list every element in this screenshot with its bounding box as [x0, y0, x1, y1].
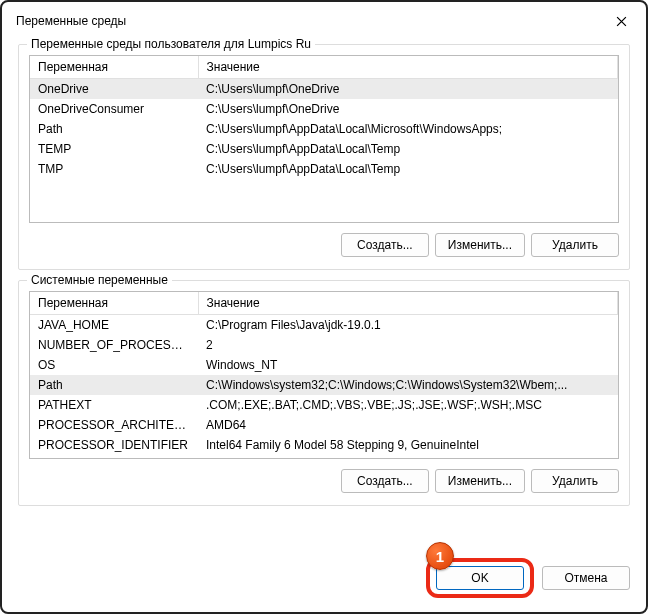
window-title: Переменные среды	[16, 14, 126, 28]
system-vars-table: Переменная Значение JAVA_HOMEC:\Program …	[30, 292, 618, 455]
cell-name: NUMBER_OF_PROCESSORS	[30, 335, 198, 355]
ok-button[interactable]: OK	[436, 566, 524, 590]
env-vars-dialog: Переменные среды Переменные среды пользо…	[0, 0, 648, 614]
cell-name: JAVA_HOME	[30, 315, 198, 336]
cell-value: Intel64 Family 6 Model 58 Stepping 9, Ge…	[198, 435, 618, 455]
col-header-value[interactable]: Значение	[198, 292, 618, 315]
cell-value: Windows_NT	[198, 355, 618, 375]
dialog-buttons: 1 OK Отмена	[2, 552, 646, 612]
table-row[interactable]: TMPC:\Users\lumpf\AppData\Local\Temp	[30, 159, 618, 179]
cell-name: Path	[30, 119, 198, 139]
cell-value: C:\Users\lumpf\OneDrive	[198, 99, 618, 119]
user-vars-table-wrap[interactable]: Переменная Значение OneDriveC:\Users\lum…	[29, 55, 619, 223]
cell-value: .COM;.EXE;.BAT;.CMD;.VBS;.VBE;.JS;.JSE;.…	[198, 395, 618, 415]
cancel-button[interactable]: Отмена	[542, 566, 630, 590]
cell-name: TMP	[30, 159, 198, 179]
annotation-badge: 1	[426, 542, 454, 570]
dialog-content: Переменные среды пользователя для Lumpic…	[2, 38, 646, 552]
col-header-value[interactable]: Значение	[198, 56, 618, 79]
cell-name: PROCESSOR_ARCHITECTURE	[30, 415, 198, 435]
system-vars-buttons: Создать... Изменить... Удалить	[29, 469, 619, 493]
close-button[interactable]	[606, 10, 636, 32]
cell-value: C:\Windows\system32;C:\Windows;C:\Window…	[198, 375, 618, 395]
cell-value: C:\Users\lumpf\OneDrive	[198, 79, 618, 100]
user-create-button[interactable]: Создать...	[341, 233, 429, 257]
cell-value: C:\Users\lumpf\AppData\Local\Temp	[198, 139, 618, 159]
table-row[interactable]: PathC:\Windows\system32;C:\Windows;C:\Wi…	[30, 375, 618, 395]
user-edit-button[interactable]: Изменить...	[435, 233, 525, 257]
table-row[interactable]: OneDriveConsumerC:\Users\lumpf\OneDrive	[30, 99, 618, 119]
table-row[interactable]: OneDriveC:\Users\lumpf\OneDrive	[30, 79, 618, 100]
system-vars-group: Системные переменные Переменная Значение…	[18, 280, 630, 506]
close-icon	[616, 16, 627, 27]
cell-value: C:\Program Files\Java\jdk-19.0.1	[198, 315, 618, 336]
table-row[interactable]: PathC:\Users\lumpf\AppData\Local\Microso…	[30, 119, 618, 139]
table-row[interactable]: PROCESSOR_ARCHITECTUREAMD64	[30, 415, 618, 435]
titlebar: Переменные среды	[2, 2, 646, 38]
col-header-name[interactable]: Переменная	[30, 292, 198, 315]
table-row[interactable]: PATHEXT.COM;.EXE;.BAT;.CMD;.VBS;.VBE;.JS…	[30, 395, 618, 415]
annotation-highlight: 1 OK	[426, 558, 534, 598]
cell-value: C:\Users\lumpf\AppData\Local\Microsoft\W…	[198, 119, 618, 139]
table-row[interactable]: OSWindows_NT	[30, 355, 618, 375]
table-row[interactable]: NUMBER_OF_PROCESSORS2	[30, 335, 618, 355]
user-vars-group: Переменные среды пользователя для Lumpic…	[18, 44, 630, 270]
col-header-name[interactable]: Переменная	[30, 56, 198, 79]
cell-value: 2	[198, 335, 618, 355]
cell-name: PATHEXT	[30, 395, 198, 415]
user-vars-buttons: Создать... Изменить... Удалить	[29, 233, 619, 257]
system-vars-title: Системные переменные	[27, 273, 172, 287]
cell-name: PROCESSOR_IDENTIFIER	[30, 435, 198, 455]
cell-value: C:\Users\lumpf\AppData\Local\Temp	[198, 159, 618, 179]
system-edit-button[interactable]: Изменить...	[435, 469, 525, 493]
user-vars-title: Переменные среды пользователя для Lumpic…	[27, 37, 315, 51]
table-row[interactable]: PROCESSOR_IDENTIFIERIntel64 Family 6 Mod…	[30, 435, 618, 455]
system-create-button[interactable]: Создать...	[341, 469, 429, 493]
table-row[interactable]: TEMPC:\Users\lumpf\AppData\Local\Temp	[30, 139, 618, 159]
cell-name: TEMP	[30, 139, 198, 159]
system-delete-button[interactable]: Удалить	[531, 469, 619, 493]
table-row[interactable]: JAVA_HOMEC:\Program Files\Java\jdk-19.0.…	[30, 315, 618, 336]
system-vars-table-wrap[interactable]: Переменная Значение JAVA_HOMEC:\Program …	[29, 291, 619, 459]
user-vars-table: Переменная Значение OneDriveC:\Users\lum…	[30, 56, 618, 179]
cell-name: OS	[30, 355, 198, 375]
cell-value: AMD64	[198, 415, 618, 435]
cell-name: OneDriveConsumer	[30, 99, 198, 119]
cell-name: Path	[30, 375, 198, 395]
user-delete-button[interactable]: Удалить	[531, 233, 619, 257]
cell-name: OneDrive	[30, 79, 198, 100]
